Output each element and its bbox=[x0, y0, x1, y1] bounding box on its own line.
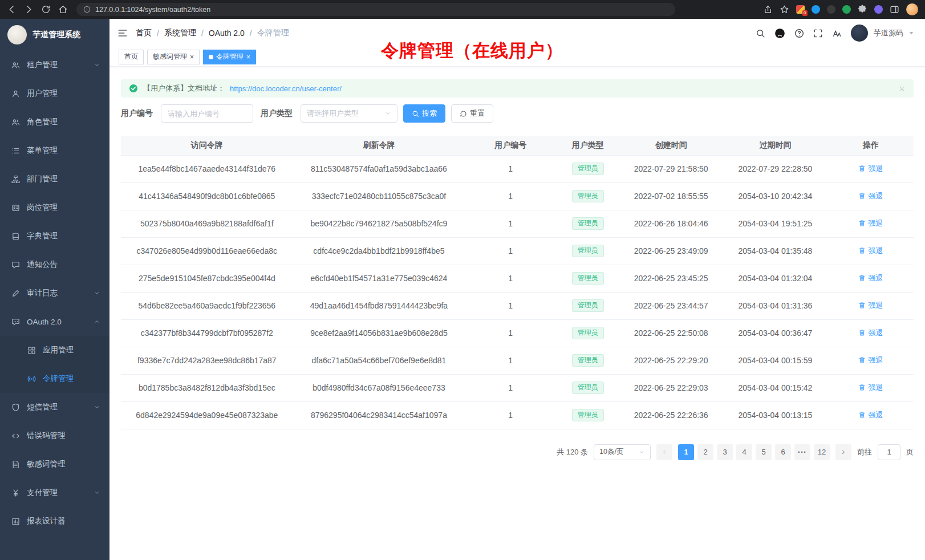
user-type-select[interactable]: 请选择用户类型 bbox=[301, 104, 397, 123]
force-logout-button[interactable]: 强退 bbox=[858, 273, 883, 283]
force-logout-button[interactable]: 强退 bbox=[858, 246, 883, 256]
extension-icon-2[interactable] bbox=[812, 5, 820, 14]
force-logout-button[interactable]: 强退 bbox=[858, 218, 883, 229]
help-icon[interactable] bbox=[794, 29, 804, 38]
refresh-token-cell: 49d1aa46d1454fbd87591444423be9fa bbox=[293, 292, 465, 319]
goto-page-input[interactable] bbox=[878, 444, 900, 460]
force-logout-button[interactable]: 强退 bbox=[858, 164, 883, 174]
tab-home[interactable]: 首页 bbox=[119, 50, 144, 64]
extension-icon-3[interactable] bbox=[827, 5, 835, 14]
app-title: 芋道管理系统 bbox=[33, 30, 80, 40]
book-icon bbox=[11, 232, 20, 241]
page-button-5[interactable]: 5 bbox=[756, 444, 772, 460]
prev-page-button[interactable] bbox=[656, 444, 672, 460]
sidebar-item-sms[interactable]: 短信管理 bbox=[0, 393, 109, 421]
browser-back-button[interactable] bbox=[7, 5, 17, 14]
force-logout-button[interactable]: 强退 bbox=[858, 328, 883, 338]
action-cell: 强退 bbox=[828, 210, 914, 237]
page-button-4[interactable]: 4 bbox=[736, 444, 752, 460]
breadcrumb-item[interactable]: 系统管理 bbox=[164, 28, 196, 38]
browser-refresh-button[interactable] bbox=[41, 5, 51, 14]
extensions-puzzle-icon[interactable] bbox=[858, 5, 867, 14]
sidebar-item-menu[interactable]: 菜单管理 bbox=[0, 136, 109, 165]
browser-home-button[interactable] bbox=[58, 5, 68, 14]
reset-button[interactable]: 重置 bbox=[451, 104, 493, 123]
search-icon[interactable] bbox=[756, 29, 765, 38]
bookmark-star-icon[interactable] bbox=[780, 5, 789, 14]
page-size-select[interactable]: 10条/页 bbox=[594, 444, 651, 460]
force-logout-icon bbox=[858, 384, 866, 391]
next-page-button[interactable] bbox=[835, 444, 851, 460]
sidebar-item-post[interactable]: 岗位管理 bbox=[0, 193, 109, 222]
user-id-cell: 1 bbox=[465, 155, 556, 182]
extension-icon-4[interactable] bbox=[842, 5, 851, 14]
sidebar-logo[interactable]: 芋道管理系统 bbox=[0, 19, 109, 51]
sidebar-item-oauth2-app[interactable]: 应用管理 bbox=[0, 336, 109, 364]
user-id-cell: 1 bbox=[465, 265, 556, 292]
sidebar-item-dept[interactable]: 部门管理 bbox=[0, 165, 109, 193]
table-row: 275e5de9151045fe87cbdc395e004f4de6cfd40e… bbox=[121, 265, 914, 292]
url-bar[interactable]: 127.0.0.1:1024/system/oauth2/token bbox=[76, 3, 675, 16]
force-logout-button[interactable]: 强退 bbox=[858, 191, 883, 201]
sidebar-item-error-code[interactable]: 错误码管理 bbox=[0, 421, 109, 450]
sidebar-toggle-button[interactable] bbox=[117, 28, 128, 38]
main-area: 首页/系统管理/OAuth 2.0/令牌管理 芋道源码 首页敏感词管理×令牌管理… bbox=[109, 19, 925, 560]
tab-oauth2-token[interactable]: 令牌管理× bbox=[203, 50, 256, 64]
browser-forward-button[interactable] bbox=[24, 5, 34, 14]
page-button-6[interactable]: 6 bbox=[775, 444, 791, 460]
user-id-cell: 1 bbox=[465, 210, 556, 237]
extension-icon-1[interactable]: 0 bbox=[796, 5, 805, 14]
browser-profile-avatar[interactable] bbox=[906, 3, 918, 15]
sidebar-item-dict[interactable]: 字典管理 bbox=[0, 222, 109, 250]
tab-close-icon[interactable]: × bbox=[190, 54, 194, 60]
search-button[interactable]: 搜索 bbox=[403, 104, 445, 123]
page-button-1[interactable]: 1 bbox=[678, 444, 694, 460]
force-logout-button[interactable]: 强退 bbox=[858, 301, 883, 311]
user-type-cell: 管理员 bbox=[556, 182, 619, 210]
user-id-cell: 1 bbox=[465, 374, 556, 401]
site-info-icon[interactable] bbox=[83, 6, 91, 13]
expire-time-cell: 2054-03-04 00:15:42 bbox=[723, 374, 828, 401]
sidebar-item-notice[interactable]: 通知公告 bbox=[0, 250, 109, 279]
username[interactable]: 芋道源码 bbox=[874, 28, 903, 38]
user-avatar[interactable] bbox=[851, 25, 868, 42]
breadcrumb-item[interactable]: OAuth 2.0 bbox=[209, 29, 245, 38]
force-logout-label: 强退 bbox=[868, 273, 883, 283]
sidebar-item-sensitive[interactable]: 敏感词管理 bbox=[0, 450, 109, 478]
sidebar-item-report[interactable]: 报表设计器 bbox=[0, 507, 109, 535]
sidebar-menu: 租户管理用户管理角色管理菜单管理部门管理岗位管理字典管理通知公告审计日志OAut… bbox=[0, 51, 109, 535]
sidebar-item-pay[interactable]: 支付管理 bbox=[0, 478, 109, 507]
sidebar-item-oauth2[interactable]: OAuth 2.0 bbox=[0, 307, 109, 336]
force-logout-button[interactable]: 强退 bbox=[858, 410, 883, 420]
force-logout-button[interactable]: 强退 bbox=[858, 383, 883, 393]
sidebar-item-audit-log[interactable]: 审计日志 bbox=[0, 279, 109, 307]
user-caret-icon[interactable] bbox=[908, 30, 915, 36]
alert-close-icon[interactable] bbox=[898, 85, 906, 92]
sidebar-item-user[interactable]: 用户管理 bbox=[0, 79, 109, 108]
tab-close-icon[interactable]: × bbox=[246, 54, 250, 60]
sidebar-item-role[interactable]: 角色管理 bbox=[0, 108, 109, 136]
page-button-12[interactable]: 12 bbox=[814, 444, 830, 460]
topbar-tools: 芋道源码 bbox=[756, 25, 915, 42]
share-icon[interactable] bbox=[763, 5, 773, 14]
fullscreen-icon[interactable] bbox=[813, 29, 823, 38]
user-type-cell: 管理员 bbox=[556, 210, 619, 237]
page-button-3[interactable]: 3 bbox=[717, 444, 733, 460]
force-logout-button[interactable]: 强退 bbox=[858, 355, 883, 366]
browser-chrome: 127.0.0.1:1024/system/oauth2/token 0 bbox=[0, 0, 925, 19]
access-token-cell: 54d6be82ee5a460a9aedc1f9bf223656 bbox=[121, 292, 293, 319]
page-button-2[interactable]: 2 bbox=[697, 444, 713, 460]
page-ellipsis-button[interactable]: ••• bbox=[794, 444, 810, 460]
extension-icon-5[interactable] bbox=[874, 5, 883, 14]
breadcrumb-item[interactable]: 首页 bbox=[136, 28, 152, 38]
sidebar-item-tenant[interactable]: 租户管理 bbox=[0, 51, 109, 79]
user-id-input[interactable] bbox=[161, 104, 253, 123]
side-panel-icon[interactable] bbox=[890, 5, 899, 14]
font-size-icon[interactable] bbox=[832, 29, 842, 38]
access-token-cell: 41c41346a548490f9dc8b01c6bfe0865 bbox=[121, 182, 293, 210]
alert-link[interactable]: https://doc.iocoder.cn/user-center/ bbox=[230, 84, 342, 93]
sidebar-item-oauth2-token[interactable]: 令牌管理 bbox=[0, 364, 109, 393]
expire-time-cell: 2054-03-04 00:36:47 bbox=[723, 319, 828, 347]
tab-sensitive-word[interactable]: 敏感词管理× bbox=[147, 50, 200, 64]
github-icon[interactable] bbox=[774, 28, 785, 39]
